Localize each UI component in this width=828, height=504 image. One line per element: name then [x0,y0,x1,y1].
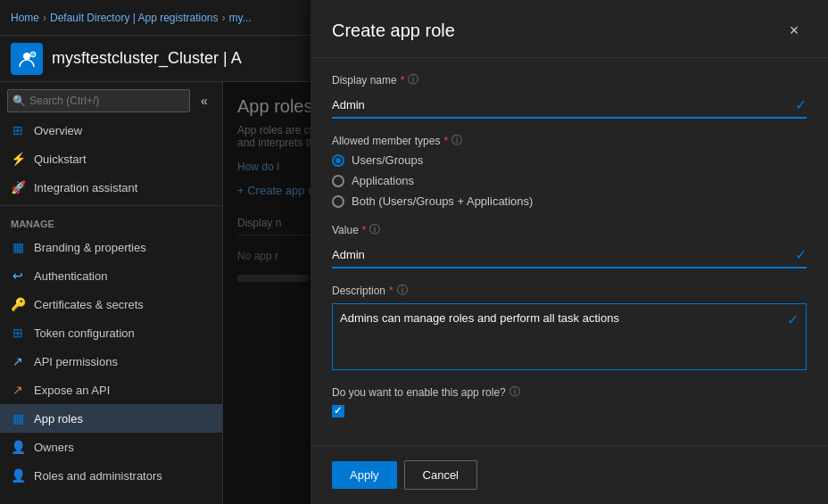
branding-icon: ▦ [11,240,25,254]
breadcrumb-sep1: › [43,12,46,24]
sidebar: 🔍 « ⊞ Overview ⚡ Quickstart 🚀 Integratio… [0,82,223,504]
search-input[interactable] [7,89,190,112]
display-name-info-icon[interactable]: ⓘ [408,72,418,87]
sidebar-item-owners[interactable]: 👤 Owners [0,433,222,461]
enable-group: Do you want to enable this app role? ⓘ [332,384,807,417]
owners-icon: 👤 [11,440,25,454]
radio-applications[interactable]: Applications [332,174,807,187]
sidebar-item-expose-api[interactable]: ↗ Expose an API [0,376,222,404]
value-input[interactable] [332,243,795,267]
radio-group: Users/Groups Applications Both (Users/Gr… [332,153,807,208]
breadcrumb-sep2: › [222,12,226,24]
app-icon [11,43,43,75]
app-roles-icon: ▦ [11,411,25,426]
sidebar-label-token-config: Token configuration [34,326,135,340]
sidebar-label-certificates: Certificates & secrets [34,298,144,311]
enable-checkbox[interactable] [332,405,344,417]
collapse-button[interactable]: « [194,90,215,112]
description-info-icon[interactable]: ⓘ [397,283,408,298]
breadcrumb-current: my... [229,12,252,24]
allowed-member-types-group: Allowed member types * ⓘ Users/Groups Ap… [332,133,807,208]
sidebar-label-owners: Owners [34,441,74,454]
sidebar-item-app-roles[interactable]: ▦ App roles [0,404,222,433]
display-name-check-icon: ✓ [795,96,807,113]
sidebar-label-integration: Integration assistant [34,181,137,194]
member-types-info-icon[interactable]: ⓘ [451,133,462,148]
description-textarea-wrapper: Admins can manage roles and perform all … [332,303,807,370]
radio-both-label: Both (Users/Groups + Applications) [352,194,533,208]
allowed-member-types-label: Allowed member types * ⓘ [332,133,807,148]
sidebar-item-quickstart[interactable]: ⚡ Quickstart [0,145,222,173]
roles-admins-icon: 👤 [11,468,25,483]
dialog-title: Create app role [332,21,455,41]
sidebar-item-authentication[interactable]: ↩ Authentication [0,261,222,290]
display-name-input[interactable] [332,93,795,117]
description-group: Description * ⓘ Admins can manage roles … [332,283,807,370]
sidebar-item-roles-admins[interactable]: 👤 Roles and administrators [0,461,222,490]
sidebar-label-expose-api: Expose an API [34,384,110,397]
sidebar-item-token-config[interactable]: ⊞ Token configuration [0,318,222,347]
token-config-icon: ⊞ [11,326,25,340]
dialog-header: Create app role × [310,0,828,58]
svg-point-0 [23,53,30,60]
desc-required-marker: * [389,285,393,297]
radio-users-groups-input[interactable] [332,154,344,167]
create-app-role-dialog: Create app role × Display name * ⓘ ✓ All… [310,0,828,504]
sidebar-divider [0,205,222,206]
dialog-body: Display name * ⓘ ✓ Allowed member types … [310,58,828,445]
description-textarea[interactable]: Admins can manage roles and perform all … [333,304,806,367]
sidebar-label-api-permissions: API permissions [34,355,118,368]
radio-both-input[interactable] [332,195,344,208]
search-icon: 🔍 [12,95,26,107]
radio-users-groups[interactable]: Users/Groups [332,153,807,167]
enable-checkbox-item[interactable] [332,405,807,417]
breadcrumb: Home › Default Directory | App registrat… [11,12,252,24]
sidebar-label-roles-admins: Roles and administrators [34,469,162,483]
sidebar-label-overview: Overview [34,124,82,137]
description-label: Description * ⓘ [332,283,807,298]
value-label: Value * ⓘ [332,222,807,237]
required-marker: * [401,74,405,87]
radio-both[interactable]: Both (Users/Groups + Applications) [332,194,807,208]
enable-label: Do you want to enable this app role? ⓘ [332,384,807,400]
api-permissions-icon: ↗ [11,354,25,368]
integration-icon: 🚀 [11,180,25,194]
sidebar-label-app-roles: App roles [34,412,83,426]
quickstart-icon: ⚡ [11,152,25,166]
description-check-icon: ✓ [787,311,799,328]
breadcrumb-home[interactable]: Home [11,12,39,24]
value-required-marker: * [362,224,367,236]
sidebar-label-quickstart: Quickstart [34,153,87,166]
certificates-icon: 🔑 [11,297,25,311]
manage-section-label: Manage [0,210,222,233]
value-group: Value * ⓘ ✓ [332,222,807,269]
display-name-label: Display name * ⓘ [332,72,807,87]
app-title: mysftestcluster_Cluster | A [52,49,242,68]
expose-api-icon: ↗ [11,383,25,397]
authentication-icon: ↩ [11,269,25,283]
apply-button[interactable]: Apply [332,461,397,489]
sidebar-item-branding[interactable]: ▦ Branding & properties [0,233,222,261]
sidebar-item-certificates[interactable]: 🔑 Certificates & secrets [0,290,222,318]
sidebar-item-integration[interactable]: 🚀 Integration assistant [0,173,222,202]
radio-applications-label: Applications [352,174,414,187]
breadcrumb-dir[interactable]: Default Directory | App registrations [50,12,219,24]
radio-users-groups-label: Users/Groups [352,153,423,167]
value-input-wrapper: ✓ [332,243,807,269]
member-required-marker: * [443,135,448,147]
sidebar-label-branding: Branding & properties [34,241,146,254]
close-dialog-button[interactable]: × [782,18,807,43]
radio-applications-input[interactable] [332,175,344,187]
display-name-input-wrapper: ✓ [332,93,807,119]
cancel-button[interactable]: Cancel [404,460,477,490]
svg-point-1 [30,52,36,57]
display-name-group: Display name * ⓘ ✓ [332,72,807,119]
enable-info-icon[interactable]: ⓘ [509,384,520,400]
sidebar-item-overview[interactable]: ⊞ Overview [0,116,222,145]
value-info-icon[interactable]: ⓘ [369,222,380,237]
overview-icon: ⊞ [11,123,25,137]
dialog-footer: Apply Cancel [310,445,828,504]
sidebar-item-api-permissions[interactable]: ↗ API permissions [0,347,222,376]
sidebar-label-authentication: Authentication [34,269,107,283]
value-check-icon: ✓ [795,246,807,263]
